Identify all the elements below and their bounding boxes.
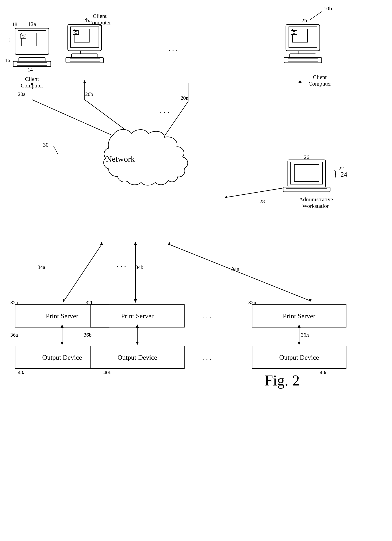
svg-point-4 [22,35,24,37]
admin-workstation-label1: Administrative [299,196,333,202]
svg-line-51 [54,146,58,154]
svg-marker-66 [298,80,302,83]
print-server-b-label: Print Server [121,312,154,320]
ref-32b: 32b [86,300,94,305]
svg-text:12n: 12n [299,17,307,23]
svg-text:26: 26 [304,154,309,160]
ref-28: 28 [260,198,265,204]
svg-marker-78 [61,342,63,345]
svg-marker-72 [134,242,137,245]
svg-rect-21 [72,54,98,57]
ref-36b: 36b [84,332,92,338]
svg-text:14: 14 [27,67,33,73]
svg-marker-84 [298,342,301,345]
dots-34: . . . [117,260,126,269]
svg-rect-33 [290,54,316,57]
ref-20a: 20a [18,91,26,97]
svg-point-19 [75,31,77,34]
svg-rect-54 [294,165,319,182]
svg-line-39 [310,12,322,20]
svg-text:18: 18 [12,21,17,27]
client-computer-label-n2: Computer [308,80,331,87]
ref-40n: 40n [320,369,328,375]
ref-40b: 40b [104,369,111,375]
output-device-a-label: Output Device [42,354,82,361]
svg-marker-64 [225,196,228,198]
admin-workstation-label2: Workstation [302,203,330,209]
svg-text:}: } [333,168,337,179]
ref-32a: 32a [10,300,18,305]
ref-36a: 36a [10,332,18,338]
print-server-n-label: Print Server [283,312,315,320]
ref-34b: 34b [136,264,143,270]
ref-40a: 40a [18,369,26,375]
svg-line-63 [226,188,283,198]
ref-36n: 36n [301,332,309,338]
svg-line-67 [64,244,102,301]
label-12a: 12a [28,21,36,27]
svg-marker-71 [134,299,137,303]
svg-line-73 [169,244,310,301]
ref-30: 30 [43,142,48,148]
ref-20n: 20n [181,95,188,101]
ref-32n: 32n [248,300,256,305]
svg-line-41 [32,100,117,137]
svg-marker-75 [168,242,171,245]
svg-marker-47 [83,80,86,83]
svg-text:12b: 12b [80,17,89,23]
svg-marker-69 [100,242,103,245]
ref-20b: 20b [85,91,93,97]
output-device-b-label: Output Device [118,354,157,361]
ref-34a: 34a [38,264,45,270]
client-computer-label-a: Client [25,76,39,82]
dots-ps: . . . [202,312,212,320]
svg-text:}: } [8,37,11,42]
output-device-n-label: Output Device [279,354,319,361]
svg-marker-81 [136,342,139,345]
svg-point-31 [293,31,295,34]
client-computer-label-b2: Computer [89,19,111,26]
fig-label: Fig. 2 [265,372,300,389]
svg-rect-20 [80,51,89,54]
dots-connections: . . . [160,106,169,114]
svg-text:22: 22 [339,166,344,171]
print-server-a-label: Print Server [46,312,78,320]
client-computer-label-n: Client [313,74,327,80]
dots-od: . . . [202,353,212,361]
network-label: Network [106,154,135,164]
svg-text:16: 16 [5,57,10,63]
client-computer-label-b: Client [93,13,107,19]
svg-rect-32 [299,51,307,54]
svg-rect-6 [19,57,45,61]
svg-rect-5 [28,55,36,57]
dots-top: . . . [168,44,178,52]
ref-10b: 10b [324,5,332,11]
svg-text:24: 24 [340,171,347,178]
